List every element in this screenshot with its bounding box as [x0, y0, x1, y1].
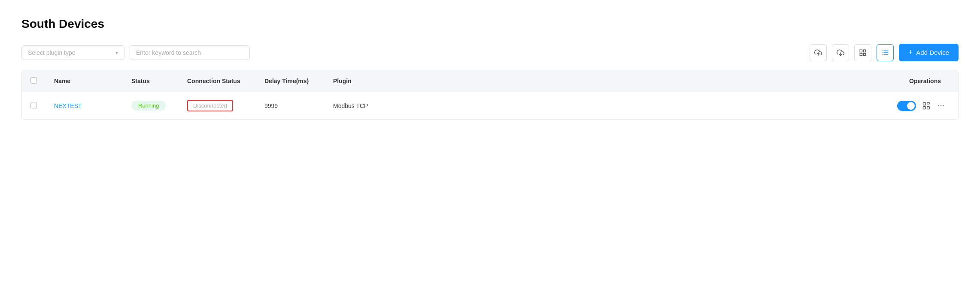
toggle-thumb — [907, 102, 915, 110]
svg-rect-13 — [927, 102, 930, 104]
devices-table: Name Status Connection Status Delay Time… — [21, 70, 959, 120]
toggle-track — [897, 101, 916, 111]
svg-point-17 — [941, 105, 942, 106]
row-connection-status-cell: Disconnected — [179, 92, 256, 120]
svg-rect-5 — [863, 53, 865, 55]
header-connection-status: Connection Status — [179, 70, 256, 92]
device-toggle[interactable] — [897, 101, 916, 111]
table-header-row: Name Status Connection Status Delay Time… — [22, 70, 958, 92]
upload-icon — [814, 49, 822, 57]
operations-group — [402, 101, 945, 111]
page-title: South Devices — [21, 17, 959, 31]
status-badge: Running — [131, 101, 166, 111]
svg-point-18 — [943, 105, 944, 106]
download-button[interactable] — [832, 44, 849, 61]
header-operations: Operations — [393, 70, 958, 92]
toolbar: Select plugin type ▾ — [21, 44, 959, 61]
row-status-cell: Running — [123, 92, 179, 120]
plugin-select-placeholder: Select plugin type — [28, 49, 76, 56]
svg-point-16 — [938, 105, 939, 106]
add-device-button[interactable]: + Add Device — [899, 44, 959, 61]
plus-icon: + — [908, 48, 913, 57]
header-name: Name — [46, 70, 123, 92]
header-delay-time: Delay Time(ms) — [256, 70, 325, 92]
grid-icon — [859, 49, 867, 57]
connection-status-badge: Disconnected — [187, 100, 233, 111]
row-delay-cell: 9999 — [256, 92, 325, 120]
download-icon — [837, 49, 844, 57]
add-device-label: Add Device — [916, 49, 949, 56]
row-checkbox[interactable] — [30, 102, 37, 108]
select-all-checkbox[interactable] — [30, 77, 37, 84]
chevron-down-icon: ▾ — [115, 50, 118, 56]
plugin-type-select[interactable]: Select plugin type ▾ — [21, 45, 124, 60]
svg-rect-14 — [923, 106, 926, 109]
svg-rect-15 — [927, 106, 930, 109]
more-options-button[interactable] — [937, 102, 945, 110]
row-plugin-cell: Modbus TCP — [325, 92, 393, 120]
header-status: Status — [123, 70, 179, 92]
svg-rect-4 — [860, 53, 862, 55]
table-row: NEXTEST Running Disconnected 9999 Modbus… — [22, 92, 958, 120]
device-name-link[interactable]: NEXTEST — [54, 102, 82, 109]
row-checkbox-cell — [22, 92, 46, 120]
header-plugin: Plugin — [325, 70, 393, 92]
list-icon — [881, 49, 889, 57]
row-name-cell: NEXTEST — [46, 92, 123, 120]
search-input[interactable] — [130, 45, 250, 60]
svg-rect-3 — [863, 50, 865, 52]
grid-view-button[interactable] — [854, 44, 871, 61]
svg-rect-12 — [923, 102, 926, 105]
header-checkbox-cell — [22, 70, 46, 92]
device-config-icon[interactable] — [922, 102, 931, 110]
upload-button[interactable] — [810, 44, 827, 61]
row-operations-cell — [393, 92, 958, 120]
list-view-button[interactable] — [877, 44, 894, 61]
svg-rect-2 — [860, 50, 862, 52]
